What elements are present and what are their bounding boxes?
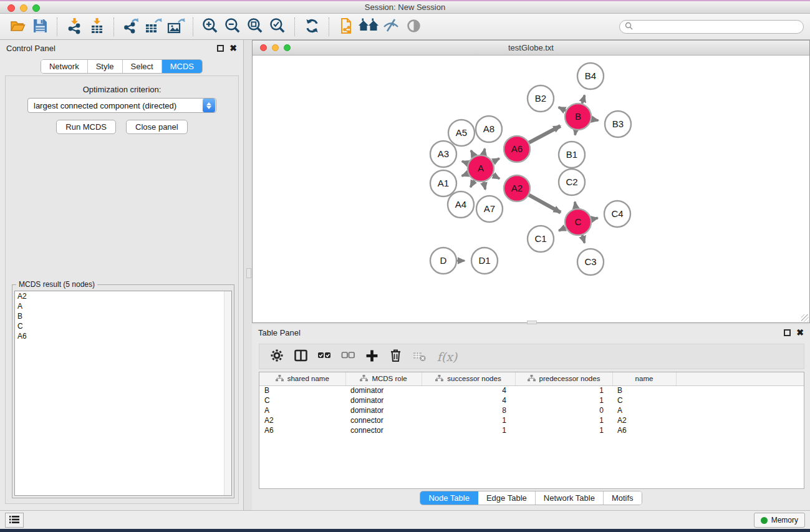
graph-node-B2[interactable]: B2: [528, 85, 554, 112]
save-button[interactable]: [29, 16, 51, 38]
result-item[interactable]: A2: [15, 291, 231, 301]
table-row[interactable]: Adominator80A: [259, 405, 804, 415]
graph-edge-A6-B[interactable]: [529, 126, 560, 143]
table-cell[interactable]: 8: [422, 405, 515, 415]
refresh-button[interactable]: [301, 16, 323, 38]
open-button[interactable]: [6, 16, 29, 38]
network-minimize-button[interactable]: [272, 44, 279, 51]
table-cell[interactable]: 1: [515, 395, 612, 405]
graph-node-C2[interactable]: C2: [559, 169, 585, 195]
close-table-panel-icon[interactable]: ✖: [796, 329, 804, 336]
window-resize-grip[interactable]: [801, 314, 809, 322]
graph-node-D[interactable]: D: [430, 248, 456, 274]
export-network-button[interactable]: [120, 16, 142, 38]
tab-style[interactable]: Style: [88, 60, 123, 73]
graph-node-B4[interactable]: B4: [577, 63, 604, 89]
criterion-select[interactable]: largest connected component (directed): [27, 98, 216, 113]
export-image-button[interactable]: [165, 16, 187, 38]
graph-edge-A-A5[interactable]: [471, 150, 474, 157]
graph-node-C4[interactable]: C4: [604, 201, 630, 227]
column-view-button[interactable]: [291, 347, 311, 367]
export-table-button[interactable]: [142, 16, 165, 38]
graph-node-A3[interactable]: A3: [430, 141, 456, 167]
graph-node-C[interactable]: C: [565, 209, 591, 235]
graph-edge-B-B1[interactable]: [575, 130, 576, 135]
graph-node-B3[interactable]: B3: [605, 111, 631, 137]
graph-edge-C-C1[interactable]: [559, 228, 566, 231]
graph-node-C1[interactable]: C1: [528, 226, 554, 252]
table-cell[interactable]: 1: [515, 425, 612, 435]
column-header-successor-nodes[interactable]: successor nodes: [422, 372, 515, 385]
graph-edge-C-C4[interactable]: [592, 218, 598, 220]
graph-edge-B-B3[interactable]: [592, 119, 599, 120]
minimize-window-button[interactable]: [20, 4, 27, 12]
document-share-button[interactable]: [335, 16, 357, 38]
graph-edge-A-A4[interactable]: [471, 180, 475, 187]
graph-edge-C-C3[interactable]: [582, 235, 585, 243]
graph-node-B1[interactable]: B1: [559, 142, 585, 168]
column-header-predecessor-nodes[interactable]: predecessor nodes: [515, 372, 612, 385]
result-list-scrollbar[interactable]: [224, 291, 231, 495]
network-canvas[interactable]: AA1A2A3A4A5A6A7A8BB1B2B3B4CC1C2C3C4DD1: [253, 56, 809, 322]
settings-button[interactable]: [267, 347, 287, 367]
table-cell[interactable]: A: [612, 405, 676, 415]
network-close-button[interactable]: [260, 44, 267, 51]
double-home-button[interactable]: [357, 16, 380, 38]
memory-button[interactable]: Memory: [754, 513, 805, 528]
table-row[interactable]: Bdominator41B: [259, 385, 804, 395]
table-tab-node-table[interactable]: Node Table: [420, 491, 478, 505]
table-cell[interactable]: 1: [422, 425, 515, 435]
graph-edge-A-A8[interactable]: [483, 148, 485, 155]
graph-node-A5[interactable]: A5: [448, 120, 475, 146]
column-header-shared-name[interactable]: shared name: [259, 372, 345, 385]
tab-network[interactable]: Network: [41, 60, 88, 73]
table-row[interactable]: Cdominator41C: [259, 395, 804, 405]
table-cell[interactable]: A: [259, 405, 345, 415]
graph-edge-A-A1[interactable]: [462, 173, 468, 176]
zoom-selected-button[interactable]: [266, 16, 289, 38]
result-item[interactable]: A: [15, 301, 231, 311]
table-tab-network-table[interactable]: Network Table: [536, 491, 604, 505]
graph-node-D1[interactable]: D1: [471, 248, 498, 274]
column-header-MCDS-role[interactable]: MCDS role: [345, 372, 422, 385]
graph-node-B[interactable]: B: [565, 104, 591, 130]
float-panel-icon[interactable]: [217, 45, 224, 52]
run-mcds-button[interactable]: Run MCDS: [56, 120, 116, 134]
table-cell[interactable]: 1: [515, 385, 612, 395]
close-window-button[interactable]: [7, 4, 15, 12]
table-tab-motifs[interactable]: Motifs: [604, 491, 642, 505]
add-button[interactable]: [362, 347, 382, 367]
maximize-window-button[interactable]: [32, 4, 40, 12]
import-table-button[interactable]: [85, 16, 108, 38]
table-tab-edge-table[interactable]: Edge Table: [478, 491, 536, 505]
graph-node-A8[interactable]: A8: [476, 116, 502, 142]
table-cell[interactable]: A6: [612, 425, 676, 435]
delete-button[interactable]: [385, 347, 405, 367]
graph-node-A1[interactable]: A1: [430, 170, 456, 196]
table-cell[interactable]: 4: [422, 395, 515, 405]
zoom-fit-button[interactable]: [244, 16, 266, 38]
graph-node-A4[interactable]: A4: [448, 191, 474, 218]
graph-edge-A-A6[interactable]: [493, 158, 499, 162]
graph-node-A[interactable]: A: [468, 155, 494, 181]
table-cell[interactable]: A2: [612, 415, 676, 425]
table-row[interactable]: A6connector11A6: [259, 425, 804, 435]
zoom-in-button[interactable]: [199, 16, 221, 38]
network-graph[interactable]: AA1A2A3A4A5A6A7A8BB1B2B3B4CC1C2C3C4DD1: [253, 56, 809, 322]
hide-graphics-button[interactable]: [380, 16, 402, 38]
table-cell[interactable]: C: [259, 395, 345, 405]
graph-edge-B-B2[interactable]: [559, 107, 566, 111]
table-cell[interactable]: dominator: [345, 405, 422, 415]
graph-edge-B-B4[interactable]: [582, 95, 585, 104]
table-cell[interactable]: B: [612, 385, 676, 395]
close-panel-icon[interactable]: ✖: [229, 45, 237, 52]
table-cell[interactable]: A6: [259, 425, 345, 435]
graph-node-C3[interactable]: C3: [577, 249, 604, 275]
table-cell[interactable]: dominator: [345, 385, 422, 395]
tab-select[interactable]: Select: [123, 60, 162, 73]
table-cell[interactable]: 4: [422, 385, 515, 395]
table-cell[interactable]: 1: [515, 415, 612, 425]
search-field[interactable]: [619, 20, 804, 34]
vertical-splitter-handle[interactable]: [246, 268, 251, 278]
table-cell[interactable]: 0: [515, 405, 612, 415]
